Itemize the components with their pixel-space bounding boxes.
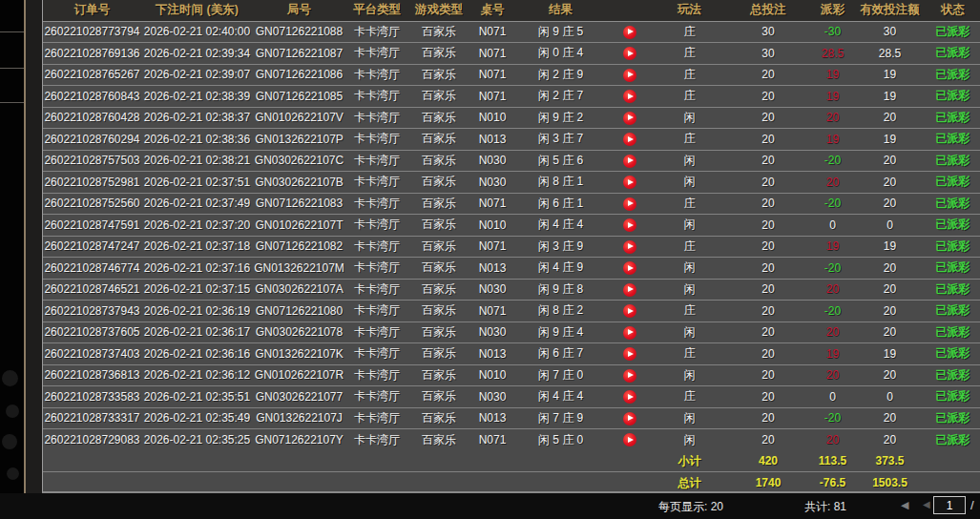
- bet-time-cell: 2026-02-21 02:37:49: [141, 193, 253, 215]
- play-video-icon[interactable]: [623, 390, 636, 404]
- play-video-icon[interactable]: [623, 26, 636, 39]
- valid-bet-cell: 19: [854, 129, 926, 151]
- game-type-cell: 百家乐: [408, 407, 469, 429]
- replay-cell: [606, 172, 654, 194]
- order-number-cell: 260221028746521: [43, 279, 141, 301]
- total-bet-cell: 20: [725, 279, 811, 301]
- play-type-cell: 庄: [654, 301, 725, 322]
- result-cell: 闲 4 庄 4: [515, 215, 606, 237]
- play-video-icon[interactable]: [623, 69, 636, 82]
- round-number-cell: GN0132622107P: [253, 129, 345, 151]
- platform-cell: 卡卡湾厅: [345, 43, 408, 65]
- background-ghost-icon: [2, 434, 17, 449]
- order-number-cell: 260221028765267: [43, 64, 141, 86]
- play-type-cell: 闲: [654, 364, 725, 386]
- play-video-icon[interactable]: [623, 155, 636, 168]
- subtotal-label: 小计: [654, 450, 725, 472]
- round-number-cell: GN07126221086: [253, 64, 345, 86]
- play-video-icon[interactable]: [623, 112, 636, 125]
- game-type-cell: 百家乐: [408, 172, 469, 194]
- status-badge: 已派彩: [926, 258, 980, 280]
- result-cell: 闲 9 庄 4: [515, 322, 606, 343]
- play-video-icon[interactable]: [623, 433, 636, 446]
- order-number-cell: 260221028769136: [43, 43, 141, 65]
- order-number-cell: 260221028746774: [43, 258, 141, 280]
- result-cell: 闲 7 庄 9: [515, 407, 606, 429]
- valid-bet-cell: 20: [854, 429, 926, 451]
- col-header-table-no: 桌号: [469, 0, 515, 21]
- play-video-icon[interactable]: [623, 197, 636, 211]
- play-type-cell: 庄: [654, 343, 725, 365]
- play-video-icon[interactable]: [623, 347, 636, 361]
- bet-time-cell: 2026-02-21 02:35:51: [141, 386, 253, 408]
- total-bet-cell: 20: [725, 215, 811, 237]
- result-cell: 闲 5 庄 0: [515, 429, 606, 451]
- total-bet-cell: 20: [725, 343, 811, 365]
- status-badge: 已派彩: [926, 364, 980, 386]
- valid-bet-cell: 20: [854, 193, 926, 215]
- round-number-cell: GN03026221077: [253, 386, 345, 408]
- total-count-display: 共计: 81: [804, 499, 846, 515]
- page-number-input[interactable]: [933, 496, 966, 514]
- previous-page-icon[interactable]: ◀: [923, 499, 930, 509]
- bet-time-cell: 2026-02-21 02:38:21: [141, 150, 253, 172]
- play-video-icon[interactable]: [623, 326, 636, 340]
- order-number-cell: 260221028747247: [43, 236, 141, 258]
- play-video-icon[interactable]: [623, 176, 636, 189]
- play-video-icon[interactable]: [623, 412, 636, 426]
- play-video-icon[interactable]: [623, 90, 636, 103]
- col-header-play-type: 玩法: [654, 0, 725, 21]
- play-video-icon[interactable]: [623, 261, 636, 275]
- table-row: 260221028747247 2026-02-21 02:37:18 GN07…: [43, 236, 980, 258]
- payout-cell: 20: [811, 364, 854, 386]
- bet-history-table: 订单号 下注时间 (美东) 局号 平台类型 游戏类型 桌号 结果 玩法 总投注 …: [43, 0, 980, 493]
- game-type-cell: 百家乐: [408, 193, 469, 215]
- valid-bet-cell: 0: [854, 215, 926, 237]
- play-video-icon[interactable]: [623, 47, 636, 60]
- background-divider: [0, 31, 24, 32]
- platform-cell: 卡卡湾厅: [345, 386, 408, 408]
- order-number-cell: 260221028729083: [43, 429, 141, 451]
- platform-cell: 卡卡湾厅: [345, 107, 408, 129]
- total-bet-cell: 20: [725, 236, 811, 258]
- game-type-cell: 百家乐: [408, 429, 469, 451]
- payout-cell: 19: [811, 64, 854, 86]
- valid-bet-cell: 28.5: [854, 43, 926, 65]
- play-video-icon[interactable]: [623, 304, 636, 318]
- valid-bet-cell: 0: [854, 386, 926, 408]
- result-cell: 闲 4 庄 9: [515, 258, 606, 280]
- bet-time-cell: 2026-02-21 02:40:00: [141, 21, 253, 43]
- replay-cell: [606, 322, 654, 343]
- order-number-cell: 260221028773794: [43, 21, 141, 43]
- play-type-cell: 闲: [654, 215, 725, 237]
- play-video-icon[interactable]: [623, 240, 636, 254]
- order-number-cell: 260221028737605: [43, 322, 141, 343]
- table-number-cell: N071: [469, 429, 515, 451]
- status-badge: 已派彩: [926, 150, 980, 172]
- game-type-cell: 百家乐: [408, 150, 469, 172]
- table-number-cell: N030: [469, 386, 515, 408]
- play-video-icon[interactable]: [623, 218, 636, 232]
- subtotal-row: 小计 420 113.5 373.5: [43, 450, 980, 472]
- total-bet-cell: 30: [725, 21, 811, 43]
- round-number-cell: GN07126221082: [253, 236, 345, 258]
- game-type-cell: 百家乐: [408, 129, 469, 151]
- payout-cell: 20: [811, 279, 854, 301]
- first-page-icon[interactable]: ◀: [901, 499, 908, 511]
- table-number-cell: N071: [469, 43, 515, 65]
- play-video-icon[interactable]: [623, 133, 636, 146]
- play-video-icon[interactable]: [623, 369, 636, 383]
- table-number-cell: N013: [469, 129, 515, 151]
- order-number-cell: 260221028760843: [43, 86, 141, 108]
- bet-time-cell: 2026-02-21 02:36:19: [141, 301, 253, 322]
- bet-time-cell: 2026-02-21 02:37:18: [141, 236, 253, 258]
- col-header-payout: 派彩: [811, 0, 854, 21]
- order-number-cell: 260221028736813: [43, 364, 141, 386]
- game-type-cell: 百家乐: [408, 279, 469, 301]
- bet-history-panel: 订单号 下注时间 (美东) 局号 平台类型 游戏类型 桌号 结果 玩法 总投注 …: [42, 0, 980, 493]
- status-badge: 已派彩: [926, 343, 980, 365]
- result-cell: 闲 9 庄 5: [515, 21, 606, 43]
- table-number-cell: N030: [469, 322, 515, 343]
- play-video-icon[interactable]: [623, 283, 636, 297]
- game-type-cell: 百家乐: [408, 215, 469, 237]
